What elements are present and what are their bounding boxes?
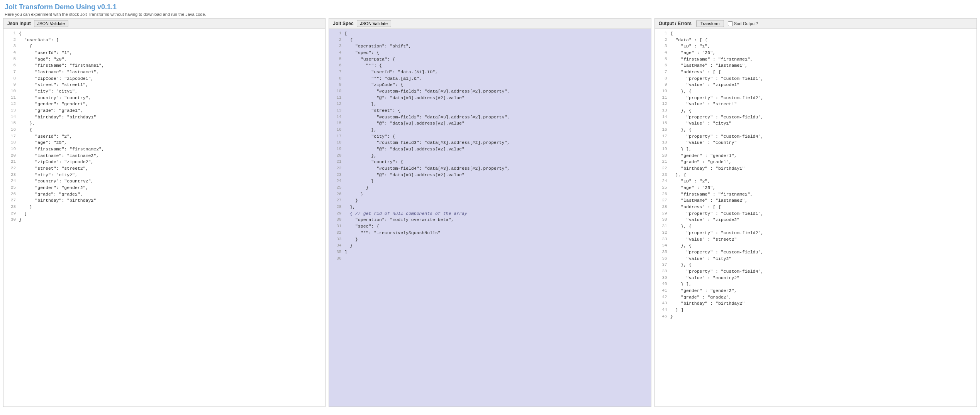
line-number: 28 (331, 204, 341, 211)
line-text: "#custom-field4": "data[#3].address[#2].… (344, 165, 510, 172)
line-text: "property" : "custom-field3", (670, 114, 764, 121)
line-item: 17 "userId": "2", (3, 133, 325, 140)
line-item: 12 "value" : "street1" (655, 101, 977, 108)
line-text: "gender": "gender1", (19, 101, 88, 108)
line-item: 20 "gender" : "gender1", (655, 153, 977, 159)
line-number: 18 (5, 140, 16, 146)
line-text: "lastName" : "lastname1", (670, 62, 748, 69)
line-number: 12 (331, 101, 341, 108)
line-number: 23 (331, 172, 341, 179)
line-text: ] (19, 211, 27, 217)
line-text: }, { (670, 127, 692, 133)
line-number: 19 (656, 146, 667, 153)
line-number: 29 (331, 211, 341, 217)
line-text: "value" : "street2" (670, 236, 737, 243)
line-item: 27 } (329, 197, 651, 204)
sort-checkbox[interactable] (728, 21, 733, 26)
line-text: "firstName" : "firstname1", (670, 56, 753, 63)
line-item: 21 "grade" : "grade1", (655, 159, 977, 165)
line-number: 6 (331, 62, 341, 69)
line-item: 11 "country": "country", (3, 95, 325, 101)
line-number: 9 (656, 82, 667, 88)
line-number: 26 (331, 191, 341, 198)
line-item: 12 "gender": "gender1", (3, 101, 325, 108)
line-text: "firstName": "firstname1", (19, 62, 104, 69)
line-number: 35 (656, 249, 667, 256)
line-text: "street": "street1", (19, 82, 88, 88)
line-number: 1 (656, 30, 667, 37)
line-text: "userId": "1", (19, 50, 72, 56)
line-item: 26 "firstName" : "firstname2", (655, 191, 977, 198)
line-item: 7 "address" : [ { (655, 69, 977, 76)
line-item: 38 "property" : "custom-field4", (655, 268, 977, 275)
line-text: "@": "data[#3].address[#2].value" (344, 146, 465, 153)
line-text: } (344, 197, 358, 204)
json-input-panel: Json Input JSON Validate 1{2 "userData":… (3, 18, 326, 407)
line-text: }, (344, 127, 376, 133)
line-item: 5 "age": "20", (3, 56, 325, 63)
line-item: 11 "@": "data[#3].address[#2].value" (329, 95, 651, 101)
json-input-tab[interactable]: Json Input (6, 20, 32, 27)
line-item: 35 "property" : "custom-field3", (655, 249, 977, 256)
line-number: 29 (5, 211, 16, 217)
line-number: 7 (331, 69, 341, 76)
line-number: 39 (656, 275, 667, 282)
line-text: "*": { (344, 62, 382, 69)
line-text: "@": "data[#3].address[#2].value" (344, 95, 465, 101)
line-number: 23 (656, 172, 667, 179)
jolt-spec-tab[interactable]: Jolt Spec (331, 20, 355, 27)
line-number: 6 (656, 62, 667, 69)
line-item: 8 "zipCode": "zipcode1", (3, 76, 325, 82)
line-number: 5 (656, 56, 667, 63)
line-item: 31 }, { (655, 223, 977, 230)
line-text: } (19, 217, 22, 223)
line-number: 28 (656, 204, 667, 211)
line-item: 17 "property" : "custom-field4", (655, 133, 977, 140)
line-item: 12 }, (329, 101, 651, 108)
line-number: 16 (5, 127, 16, 133)
line-item: 9 "value" : "zipcode1" (655, 82, 977, 88)
line-number: 30 (656, 217, 667, 223)
line-text: { (19, 127, 32, 133)
line-text: "property" : "custom-field4", (670, 133, 764, 140)
line-item: 14 "#custom-field2": "data[#3].address[#… (329, 114, 651, 121)
line-text: } ] (670, 307, 684, 314)
line-item: 43 "birthday" : "birthday2" (655, 300, 977, 307)
output-content: 1{2 "data" : [ {3 "ID" : "1",4 "age" : "… (655, 29, 977, 407)
json-input-validate-btn[interactable]: JSON Validate (34, 20, 68, 27)
line-item: 35] (329, 249, 651, 256)
output-tab: Output / Errors (657, 20, 693, 27)
line-text: "property" : "custom-field1", (670, 211, 764, 217)
line-text: "userData": { (344, 56, 395, 63)
line-number: 3 (656, 43, 667, 50)
transform-btn[interactable]: Transform (696, 20, 724, 27)
line-text: "street": { (344, 108, 400, 114)
line-number: 37 (656, 262, 667, 268)
line-item: 23 "@": "data[#3].address[#2].value" (329, 172, 651, 179)
line-text: "property" : "custom-field1", (670, 76, 764, 82)
line-item: 22 "street": "street2", (3, 165, 325, 172)
jolt-spec-validate-btn[interactable]: JSON Validate (357, 20, 391, 27)
line-text: "value" : "country" (670, 140, 737, 146)
line-text: "grade": "grade2", (19, 191, 83, 198)
jolt-spec-panel: Jolt Spec JSON Validate 1[2 {3 "operatio… (329, 18, 651, 407)
line-item: 3 "ID" : "1", (655, 43, 977, 50)
line-item: 36 (329, 256, 651, 262)
line-text: }, { (670, 88, 692, 95)
line-number: 20 (331, 153, 341, 159)
line-item: 5 "firstName" : "firstname1", (655, 56, 977, 63)
line-number: 26 (656, 191, 667, 198)
line-item: 7 "lastname": "lastname1", (3, 69, 325, 76)
line-text: } (344, 236, 358, 243)
output-panel: Output / Errors Transform Sort Output? 1… (654, 18, 977, 407)
line-number: 13 (331, 108, 341, 114)
line-number: 31 (331, 223, 341, 230)
line-item: 25 "gender": "gender2", (3, 185, 325, 191)
line-item: 20 }, (329, 153, 651, 159)
line-item: 14 "property" : "custom-field3", (655, 114, 977, 121)
line-number: 44 (656, 307, 667, 314)
line-text: }, (344, 101, 376, 108)
line-number: 17 (5, 133, 16, 140)
line-item: 32 "property" : "custom-field2", (655, 230, 977, 236)
line-text: "age" : "25", (670, 185, 716, 191)
